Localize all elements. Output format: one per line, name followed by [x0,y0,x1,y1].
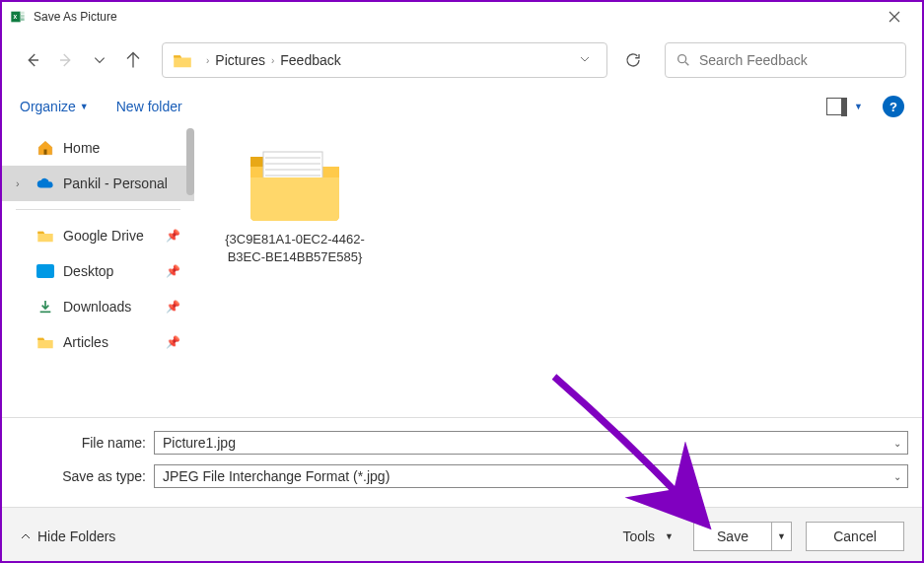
breadcrumb-feedback[interactable]: Feedback [280,52,340,68]
view-button[interactable] [826,98,846,115]
cloud-icon [36,176,54,190]
toolbar: Organize▼ New folder ▼ ? [2,89,922,124]
sidebar-item-onedrive[interactable]: › Pankil - Personal [2,166,194,201]
svg-point-4 [678,55,686,63]
folder-large-icon [246,142,344,221]
filetype-value: JPEG File Interchange Format (*.jpg) [163,468,390,484]
up-button[interactable] [118,45,148,75]
sidebar-label: Desktop [63,263,113,279]
refresh-button[interactable] [615,42,651,78]
chevron-down-icon[interactable]: ⌄ [893,438,901,449]
tools-menu[interactable]: Tools▼ [622,528,674,544]
nav-row: › Pictures › Feedback [2,32,922,89]
tools-label: Tools [622,528,655,544]
search-icon [675,52,691,68]
pin-icon: 📌 [166,300,180,314]
pin-icon: 📌 [166,335,180,349]
svg-rect-2 [21,15,25,18]
caret-down-icon: ▼ [777,531,786,541]
sidebar-scrollbar[interactable] [186,128,194,195]
form-area: File name: Picture1.jpg⌄ Save as type: J… [2,417,922,491]
filename-label: File name: [16,435,154,451]
filetype-label: Save as type: [16,468,154,484]
chevron-down-icon [579,53,591,65]
home-icon [36,139,54,157]
main-area: Home › Pankil - Personal Google Drive 📌 … [2,124,922,417]
sidebar-item-downloads[interactable]: Downloads 📌 [2,289,194,324]
close-button[interactable] [875,3,914,31]
sidebar-item-desktop[interactable]: Desktop 📌 [2,253,194,289]
organize-label: Organize [20,99,76,114]
address-dropdown[interactable] [573,51,597,69]
file-list[interactable]: {3C9E81A1-0EC2-4462-B3EC-BE14BB57E585} [194,124,922,417]
download-icon [36,299,54,315]
chevron-right-icon[interactable]: › [16,177,20,189]
forward-button[interactable] [51,45,81,75]
desktop-icon [36,264,54,278]
folder-icon [36,335,54,349]
sidebar-label: Downloads [63,299,131,315]
cancel-button[interactable]: Cancel [806,522,904,551]
titlebar: Save As Picture [2,2,922,32]
refresh-icon [624,51,642,69]
hide-folders-label: Hide Folders [37,528,115,544]
sidebar-label: Pankil - Personal [63,176,168,191]
caret-down-icon: ▼ [665,531,674,541]
organize-menu[interactable]: Organize▼ [20,99,89,114]
search-input[interactable] [699,52,895,68]
new-folder-button[interactable]: New folder [116,99,182,114]
folder-icon [36,229,54,243]
arrow-up-icon [124,51,142,69]
sidebar-label: Home [63,140,100,156]
filename-value: Picture1.jpg [163,435,236,451]
window-title: Save As Picture [34,10,875,24]
folder-name: {3C9E81A1-0EC2-4462-B3EC-BE14BB57E585} [216,231,374,266]
chevron-down-icon[interactable]: ⌄ [893,471,901,482]
chevron-up-icon [20,530,32,542]
svg-rect-1 [21,12,25,15]
close-icon [888,11,900,23]
back-button[interactable] [18,45,47,75]
sidebar-separator [16,209,180,210]
help-button[interactable]: ? [883,96,904,117]
save-button[interactable]: Save [693,522,772,551]
sidebar: Home › Pankil - Personal Google Drive 📌 … [2,124,194,417]
svg-rect-0 [11,12,20,23]
sidebar-item-home[interactable]: Home [2,130,194,166]
footer: Hide Folders Tools▼ Save ▼ Cancel [2,507,922,563]
recent-dropdown[interactable] [85,45,114,75]
breadcrumb-separator: › [271,55,274,66]
excel-icon [10,9,26,25]
sidebar-label: Articles [63,334,108,350]
breadcrumb-pictures[interactable]: Pictures [215,52,265,68]
folder-icon [173,52,192,68]
sidebar-item-articles[interactable]: Articles 📌 [2,324,194,360]
search-box[interactable] [665,42,906,78]
save-dropdown[interactable]: ▼ [772,522,792,551]
chevron-down-icon [93,53,107,67]
folder-item[interactable]: {3C9E81A1-0EC2-4462-B3EC-BE14BB57E585} [216,142,374,266]
hide-folders-button[interactable]: Hide Folders [20,528,115,544]
arrow-right-icon [57,51,75,69]
address-bar[interactable]: › Pictures › Feedback [162,42,607,78]
caret-down-icon: ▼ [80,102,89,111]
filename-input[interactable]: Picture1.jpg⌄ [154,431,908,455]
filetype-select[interactable]: JPEG File Interchange Format (*.jpg)⌄ [154,464,908,488]
arrow-left-icon [24,51,41,69]
sidebar-item-gdrive[interactable]: Google Drive 📌 [2,218,194,253]
view-dropdown[interactable]: ▼ [854,102,863,111]
new-folder-label: New folder [116,99,182,114]
svg-rect-3 [21,18,25,21]
sidebar-label: Google Drive [63,228,144,244]
breadcrumb-separator: › [206,55,209,66]
svg-rect-5 [44,150,47,155]
pin-icon: 📌 [166,229,180,243]
pin-icon: 📌 [166,264,180,278]
